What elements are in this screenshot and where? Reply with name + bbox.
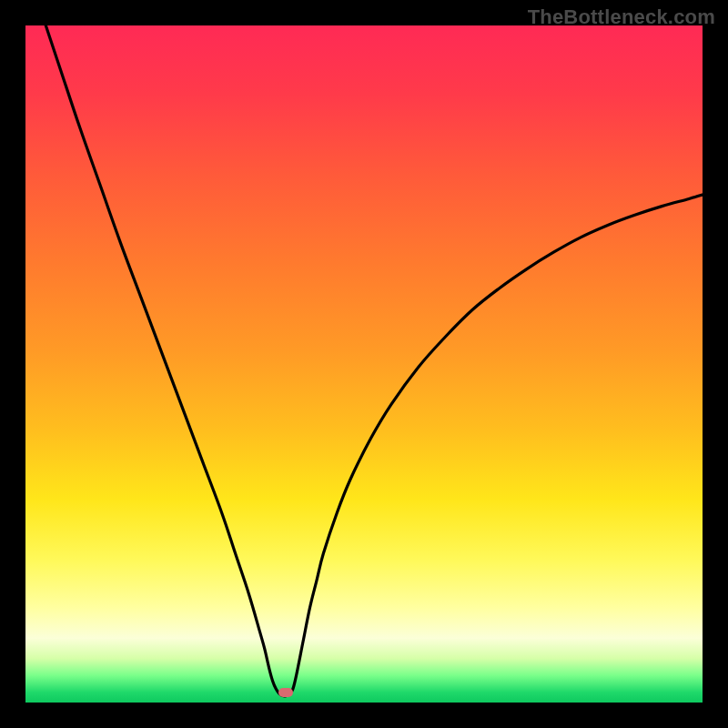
bottleneck-curve — [25, 25, 703, 703]
watermark-text: TheBottleneck.com — [528, 5, 715, 29]
plot-area — [25, 25, 703, 703]
optimum-marker-icon — [278, 688, 293, 697]
chart-container: TheBottleneck.com — [0, 0, 728, 728]
